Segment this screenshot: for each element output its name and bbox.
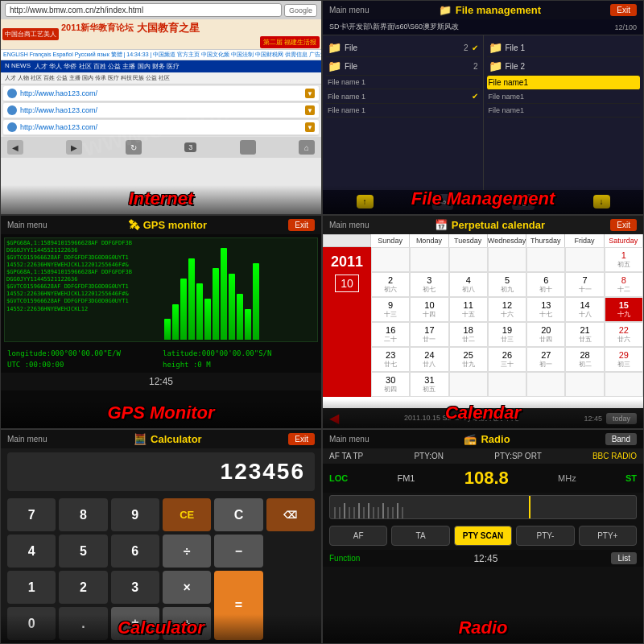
bookmark-arrow-2[interactable]: ▼ — [305, 105, 315, 115]
cal-num: 22 — [607, 325, 641, 335]
cal-exit-button[interactable]: Exit — [610, 219, 637, 231]
calc-menu[interactable]: Main menu — [7, 435, 47, 444]
window-button[interactable] — [240, 140, 256, 155]
cal-oct24[interactable]: 24廿八 — [410, 347, 448, 372]
url-bar[interactable]: http://www.bmw.com.cn/zh/index.html — [5, 3, 282, 17]
fm-item-fn2[interactable]: File name 1 ✔ — [326, 89, 480, 104]
bookmark-url-2: http://www.hao123.com/ — [20, 106, 302, 114]
bookmark-1[interactable]: http://www.hao123.com/ ▼ — [3, 86, 319, 101]
cal-empty-3 — [526, 372, 565, 397]
cal-oct15[interactable]: 15十九 — [605, 297, 643, 322]
cal-oct22[interactable]: 22廿六 — [605, 322, 643, 347]
cal-oct21[interactable]: 21廿五 — [565, 322, 604, 347]
calc-btn-5[interactable]: 5 — [59, 535, 107, 568]
calc-btn-2[interactable]: 2 — [59, 571, 107, 604]
cal-oct3[interactable]: 3初七 — [410, 272, 448, 297]
search-bar[interactable]: Google — [284, 4, 317, 17]
cal-cn: 二十 — [374, 335, 407, 344]
calc-btn-ce[interactable]: CE — [163, 498, 211, 531]
cal-oct31[interactable]: 31初五 — [410, 372, 448, 397]
gps-menu[interactable]: Main menu — [7, 221, 47, 229]
cal-oct10[interactable]: 10十四 — [410, 297, 448, 322]
cal-oct26[interactable]: 26三十 — [488, 347, 526, 372]
bookmark-3[interactable]: http://www.hao123.com/ ▼ — [3, 120, 319, 135]
radio-list-button[interactable]: List — [611, 552, 637, 564]
bookmark-arrow-1[interactable]: ▼ — [305, 89, 315, 98]
cal-menu[interactable]: Main menu — [329, 221, 369, 229]
cal-oct1-num: 1 — [607, 250, 641, 260]
radio-tuner[interactable] — [329, 495, 637, 519]
bookmark-2[interactable]: http://www.hao123.com/ ▼ — [3, 103, 319, 118]
cal-oct1[interactable]: 1初五 — [605, 247, 643, 272]
cal-oct23[interactable]: 23廿七 — [371, 347, 410, 372]
calc-btn-6[interactable]: 6 — [111, 535, 159, 568]
cal-oct4[interactable]: 4初八 — [449, 272, 488, 297]
cal-oct2[interactable]: 2初六 — [371, 272, 410, 297]
cal-oct6[interactable]: 6初十 — [526, 272, 565, 297]
cal-oct12[interactable]: 12十六 — [488, 297, 526, 322]
radio-ptyscan-button[interactable]: PTY SCAN — [454, 526, 512, 546]
cal-oct8[interactable]: 8十二 — [605, 272, 643, 297]
cal-oct29[interactable]: 29初三 — [605, 347, 643, 372]
fm-item-r2[interactable]: 📁 File 2 — [487, 57, 641, 76]
radio-ptyplus-button[interactable]: PTY+ — [579, 526, 637, 546]
back-button[interactable]: ◀ — [7, 140, 23, 155]
calc-btn-3[interactable]: 3 — [111, 571, 159, 604]
gps-bar-1 — [164, 319, 171, 339]
fm-item-fn1[interactable]: File name 1 — [326, 76, 480, 89]
cal-oct9[interactable]: 9十三 — [371, 297, 410, 322]
radio-function[interactable]: Function — [329, 554, 360, 563]
radio-af-button[interactable]: AF — [329, 526, 387, 546]
calc-btn-8[interactable]: 8 — [59, 498, 107, 531]
radio-ta-button[interactable]: TA — [391, 526, 449, 546]
home-button[interactable]: ⌂ — [299, 140, 315, 155]
cal-oct20[interactable]: 20廿四 — [526, 322, 565, 347]
radio-menu[interactable]: Main menu — [329, 435, 369, 444]
cal-oct25[interactable]: 25廿九 — [449, 347, 488, 372]
fm-item-f1[interactable]: 📁 File 2 ✔ — [326, 39, 480, 57]
calc-btn-sub[interactable]: − — [214, 535, 262, 568]
cal-oct16[interactable]: 16二十 — [371, 322, 410, 347]
radio-band-button[interactable]: Band — [605, 433, 637, 445]
cal-oct17[interactable]: 17廿一 — [410, 322, 448, 347]
fm-exit-button[interactable]: Exit — [610, 4, 637, 16]
fm-item-r4[interactable]: File name1 — [487, 90, 641, 104]
cal-oct30[interactable]: 30初四 — [371, 372, 410, 397]
fm-menu[interactable]: Main menu — [329, 6, 369, 14]
cal-oct5[interactable]: 5初九 — [488, 272, 526, 297]
fm-item-r3[interactable]: File name1 — [487, 76, 641, 90]
calc-exit-button[interactable]: Exit — [288, 433, 315, 445]
fm-title: 📁 File management — [439, 4, 541, 16]
cal-oct19[interactable]: 19廿三 — [488, 322, 526, 347]
fm-item-fn3[interactable]: File name 1 — [326, 104, 480, 118]
cal-oct14[interactable]: 14十八 — [565, 297, 604, 322]
calc-btn-mul[interactable]: × — [163, 571, 211, 604]
gps-exit-button[interactable]: Exit — [288, 219, 315, 231]
cal-oct13[interactable]: 13十七 — [526, 297, 565, 322]
calc-btn-1[interactable]: 1 — [7, 571, 56, 604]
calc-btn-4[interactable]: 4 — [7, 535, 56, 568]
calc-btn-7[interactable]: 7 — [7, 498, 56, 531]
cal-cn: 十四 — [412, 310, 446, 319]
folder-icon-2: 📁 — [328, 60, 341, 72]
cal-oct28[interactable]: 28初二 — [565, 347, 604, 372]
bookmark-arrow-3[interactable]: ▼ — [305, 122, 315, 132]
forward-button[interactable]: ▶ — [66, 140, 82, 155]
calc-btn-9[interactable]: 9 — [111, 498, 159, 531]
fm-item-r5[interactable]: File name1 — [487, 104, 641, 118]
fm-item-r1[interactable]: 📁 File 1 — [487, 39, 641, 57]
reload-button[interactable]: ↻ — [126, 140, 142, 155]
cal-oct11[interactable]: 11十五 — [449, 297, 488, 322]
cal-d5 — [565, 247, 604, 272]
calc-btn-c[interactable]: C — [214, 498, 262, 531]
fm-item-f2[interactable]: 📁 File 2 — [326, 57, 480, 76]
cal-cn: 初六 — [374, 285, 407, 294]
calc-btn-backspace[interactable]: ⌫ — [266, 498, 315, 531]
cal-oct18[interactable]: 18廿二 — [449, 322, 488, 347]
calc-btn-div[interactable]: ÷ — [163, 535, 211, 568]
cal-oct27[interactable]: 27初一 — [526, 347, 565, 372]
cal-oct7[interactable]: 7十一 — [565, 272, 604, 297]
cal-year: 2011 — [331, 254, 363, 270]
radio-ptyminus-button[interactable]: PTY- — [516, 526, 574, 546]
tab-count[interactable]: 3 — [184, 142, 196, 152]
